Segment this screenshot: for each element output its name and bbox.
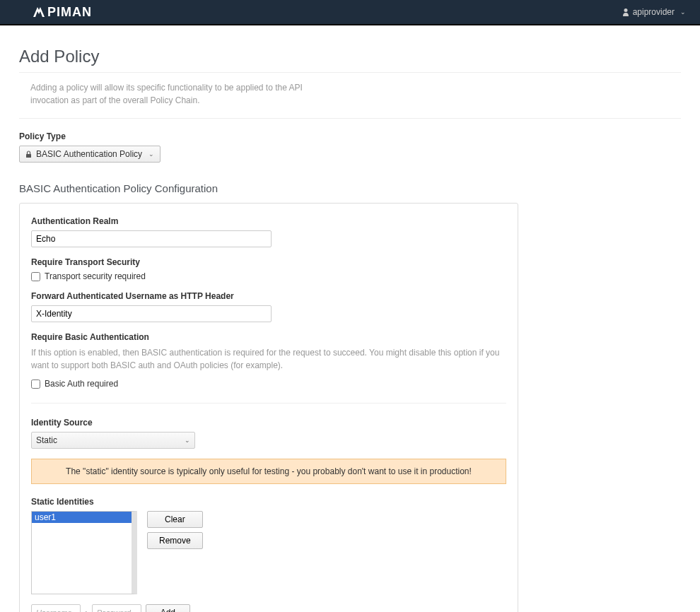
config-panel: Authentication Realm Require Transport S… <box>19 203 518 612</box>
identity-source-label: Identity Source <box>31 418 506 428</box>
basic-auth-label: Require Basic Authentication <box>31 332 506 342</box>
identity-source-selected: Static <box>36 435 57 445</box>
transport-checkbox[interactable] <box>31 272 40 281</box>
user-icon <box>622 8 629 16</box>
navbar: PIMAN apiprovider ⌄ <box>0 0 700 25</box>
logo[interactable]: PIMAN <box>32 5 92 20</box>
static-identities-label: Static Identities <box>31 497 506 507</box>
logo-icon <box>32 6 46 18</box>
realm-label: Authentication Realm <box>31 216 506 226</box>
config-heading: BASIC Authentication Policy Configuratio… <box>19 182 681 194</box>
password-input[interactable] <box>92 604 141 612</box>
username-input[interactable] <box>31 604 81 612</box>
divider <box>19 118 681 119</box>
static-identities-listbox[interactable]: user1 <box>31 511 137 594</box>
remove-button[interactable]: Remove <box>147 532 203 549</box>
page-title: Add Policy <box>19 47 681 73</box>
policy-type-selected: BASIC Authentication Policy <box>36 149 142 159</box>
forward-input[interactable] <box>31 305 272 322</box>
username-label: apiprovider <box>633 7 675 17</box>
add-button[interactable]: Add <box>146 604 190 612</box>
basic-auth-checkbox[interactable] <box>31 379 40 389</box>
policy-type-label: Policy Type <box>19 131 681 141</box>
svg-point-0 <box>624 8 627 12</box>
transport-checkbox-label: Transport security required <box>45 271 146 281</box>
transport-label: Require Transport Security <box>31 257 506 267</box>
clear-button[interactable]: Clear <box>147 511 203 528</box>
page-description: Adding a policy will allow its specific … <box>30 81 342 107</box>
chevron-down-icon: ⌄ <box>185 437 190 444</box>
chevron-down-icon: ⌄ <box>680 8 686 16</box>
svg-rect-1 <box>26 154 31 158</box>
inner-divider <box>31 403 506 404</box>
identity-source-warning: The "static" identity source is typicall… <box>31 459 506 484</box>
lock-icon <box>25 151 32 158</box>
realm-input[interactable] <box>31 230 272 247</box>
basic-auth-help: If this option is enabled, then BASIC au… <box>31 346 506 372</box>
forward-label: Forward Authenticated Username as HTTP H… <box>31 291 506 301</box>
chevron-down-icon: ⌄ <box>148 151 154 158</box>
basic-auth-checkbox-label: Basic Auth required <box>45 379 118 389</box>
logo-text: PIMAN <box>47 5 92 20</box>
user-menu[interactable]: apiprovider ⌄ <box>622 7 686 17</box>
list-item[interactable]: user1 <box>32 512 132 523</box>
colon-separator: : <box>85 608 88 613</box>
policy-type-dropdown[interactable]: BASIC Authentication Policy ⌄ <box>19 146 161 163</box>
identity-source-select[interactable]: Static ⌄ <box>31 432 195 449</box>
